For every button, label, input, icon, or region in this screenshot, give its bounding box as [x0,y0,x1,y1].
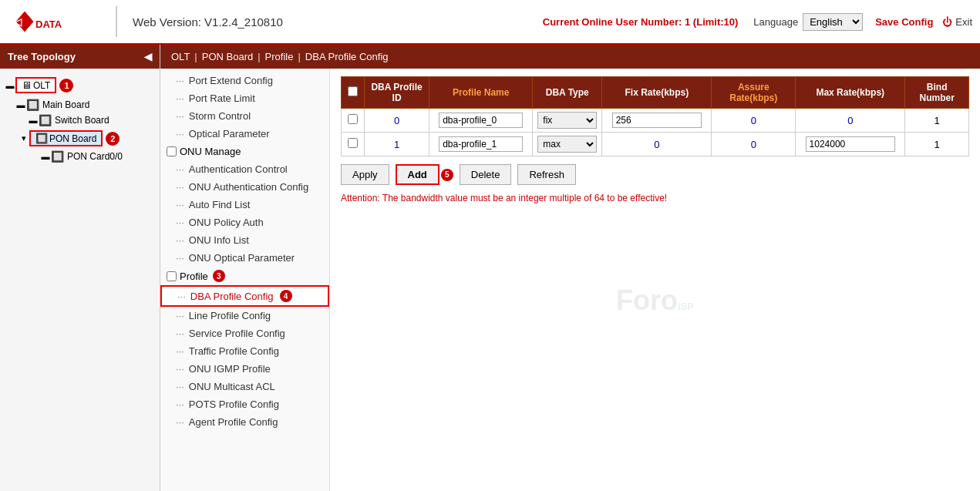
row0-profile-name[interactable] [439,113,523,128]
onu-manage-checkbox[interactable] [167,146,177,156]
mainboard-label: Main Board [42,99,89,110]
olt-label: OLT [33,80,50,91]
poncard-label: PON Card0/0 [67,151,123,162]
sub-nav-item-onu-igmp[interactable]: ··· ONU IGMP Profile [160,360,329,378]
exit-button[interactable]: ⏻ Exit [942,16,972,28]
board-icon: 🔲 [26,99,39,111]
table-select-all[interactable] [348,86,358,96]
olt-node[interactable]: 🖥 OLT [15,77,56,93]
sub-nav-item-optical-param[interactable]: ··· Optical Parameter [160,125,329,143]
svg-text:DATA: DATA [35,18,62,30]
sub-nav-item-onu-info[interactable]: ··· ONU Info List [160,231,329,249]
sub-nav-item-auth-control[interactable]: ··· Authentication Control [160,160,329,178]
delete-button[interactable]: Delete [460,164,512,185]
tree-toggle-poncard: ▬ [40,152,51,161]
col-dba-profile-id: DBA Profile ID [365,77,429,109]
ponboard-icon: 🔲 [35,133,48,144]
table-row: 0 fixmaxassuredfix+assuredassured+max 0 … [342,109,969,133]
refresh-button[interactable]: Refresh [517,164,576,185]
add-button[interactable]: Add [396,164,439,185]
sidebar-tree: ▬ 🖥 OLT 1 ▬ 🔲 Main Board ▬ 🔲 Switch Boar… [0,69,160,491]
row1-assure-rate: 0 [712,133,796,156]
sub-nav-item-storm-control[interactable]: ··· Storm Control [160,107,329,125]
sub-nav-item-auto-find[interactable]: ··· Auto Find List [160,196,329,214]
sub-nav-item-port-rate[interactable]: ··· Port Rate Limit [160,89,329,107]
row1-profile-name[interactable] [439,136,523,152]
col-assure-rate: Assure Rate(kbps) [712,77,796,109]
save-config-link[interactable]: Save Config [875,16,933,28]
annotation-5: 5 [441,169,453,181]
header: ◁ DATA Web Version: V1.2.4_210810 Curren… [0,0,980,45]
row1-checkbox[interactable] [348,138,358,148]
collapse-icon[interactable]: ◀ [144,51,152,62]
onu-manage-header: ONU Manage [180,146,241,157]
content-body: ··· Port Extend Config ··· Port Rate Lim… [160,69,980,491]
main: Tree Topology ◀ ▬ 🖥 OLT 1 ▬ 🔲 Main Board [0,45,980,491]
tree-toggle-olt[interactable]: ▬ [5,81,15,90]
olt-icon: 🖥 [22,79,32,91]
profile-checkbox[interactable] [167,271,177,281]
main-panel: DBA Profile ID Profile Name DBA Type Fix… [330,69,980,491]
logo-area: ◁ DATA [8,6,117,37]
svg-text:◁: ◁ [13,16,22,28]
row0-fix-rate[interactable] [612,113,702,128]
language-label: Language [753,16,798,28]
col-bind-number: Bind Number [905,77,969,109]
annotation-3: 3 [213,270,225,282]
header-online: Current Online User Number: 1 (Limit:10) [543,16,739,28]
attention-text: Attention: The bandwidth value must be a… [341,193,969,203]
sub-nav-item-service-profile[interactable]: ··· Service Profile Config [160,325,329,342]
tree-toggle-mainboard: ▬ [15,100,26,109]
annotation-4: 4 [280,290,292,302]
col-profile-name: Profile Name [429,77,533,109]
tree-toggle-switchboard: ▬ [28,116,39,125]
row1-bind-number: 1 [905,133,969,156]
breadcrumb-profile[interactable]: Profile [265,51,294,62]
breadcrumb-olt[interactable]: OLT [171,51,190,62]
ponboard-node[interactable]: 🔲 PON Board [29,130,103,146]
breadcrumb: OLT | PON Board | Profile | DBA Profile … [160,45,980,69]
switchboard-label: Switch Board [55,115,109,126]
sub-nav-item-traffic-profile[interactable]: ··· Traffic Profile Config [160,342,329,360]
sub-nav-item-onu-multicast[interactable]: ··· ONU Multicast ACL [160,378,329,395]
breadcrumb-ponboard[interactable]: PON Board [202,51,253,62]
ponboard-label: PON Board [49,133,96,144]
sub-nav-item-agent-profile[interactable]: ··· Agent Profile Config [160,413,329,431]
language-select[interactable]: English Chinese [803,13,863,31]
tree-switchboard[interactable]: ▬ 🔲 Switch Board [0,113,160,128]
watermark: ForoISP [616,284,694,317]
sub-nav-item-onu-auth-config[interactable]: ··· ONU Authentication Config [160,178,329,196]
poncard-icon: 🔲 [51,150,64,163]
annotation-2: 2 [106,132,120,146]
row1-profile-id[interactable]: 1 [365,133,429,156]
col-dba-type: DBA Type [533,77,602,109]
sub-nav-item-port-extend[interactable]: ··· Port Extend Config [160,72,329,89]
row1-fix-rate: 0 [602,133,712,156]
dba-profile-table: DBA Profile ID Profile Name DBA Type Fix… [341,76,969,156]
sub-nav-item-dba-profile[interactable]: ··· DBA Profile Config 4 [160,285,329,307]
table-row: 1 fixmaxassuredfix+assuredassured+max 0 … [342,133,969,156]
row0-assure-rate: 0 [712,109,796,133]
sidebar: Tree Topology ◀ ▬ 🖥 OLT 1 ▬ 🔲 Main Board [0,45,160,491]
button-row: Apply Add 5 Delete Refresh [341,164,969,185]
sub-nav-item-line-profile[interactable]: ··· Line Profile Config [160,307,329,325]
sidebar-header: Tree Topology ◀ [0,45,160,69]
sidebar-title: Tree Topology [8,51,76,62]
content: OLT | PON Board | Profile | DBA Profile … [160,45,980,491]
sub-nav-item-pots-profile[interactable]: ··· POTS Profile Config [160,395,329,413]
logo-svg: ◁ DATA [8,6,100,37]
row1-dba-type[interactable]: fixmaxassuredfix+assuredassured+max [537,136,597,153]
sub-nav-item-onu-policy[interactable]: ··· ONU Policy Auth [160,214,329,231]
apply-button[interactable]: Apply [341,164,389,185]
row0-checkbox[interactable] [348,114,358,124]
col-fix-rate: Fix Rate(kbps) [602,77,712,109]
sub-nav-item-onu-optical[interactable]: ··· ONU Optical Parameter [160,249,329,267]
exit-label: Exit [955,16,972,28]
tree-toggle-ponboard[interactable]: ▾ [19,133,29,143]
sub-nav: ··· Port Extend Config ··· Port Rate Lim… [160,69,330,491]
row1-max-rate[interactable] [806,136,895,152]
tree-poncard[interactable]: ▬ 🔲 PON Card0/0 [0,149,160,164]
tree-mainboard[interactable]: ▬ 🔲 Main Board [0,97,160,113]
row0-profile-id[interactable]: 0 [365,109,429,133]
row0-dba-type[interactable]: fixmaxassuredfix+assuredassured+max [537,112,597,129]
